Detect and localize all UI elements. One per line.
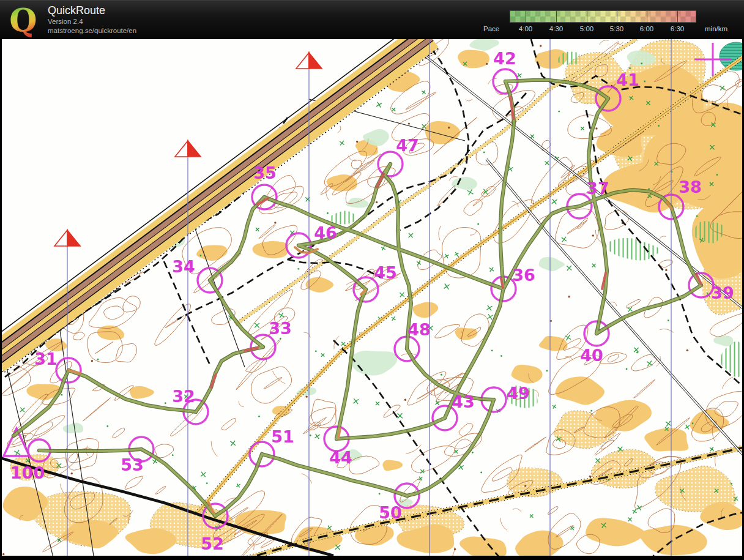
control-label-37: 37 — [586, 179, 609, 198]
app-title: QuickRoute — [48, 4, 105, 17]
app-url: matstroeng.se/quickroute/en — [48, 27, 136, 34]
control-label-43: 43 — [452, 392, 475, 411]
legend-tick-mark — [677, 11, 678, 22]
open-area — [458, 50, 489, 68]
control-label-46: 46 — [314, 223, 337, 242]
control-label-42: 42 — [493, 49, 516, 68]
legend-tick-label: 4:30 — [549, 25, 563, 32]
control-label-44: 44 — [329, 448, 352, 467]
control-label-40: 40 — [580, 346, 603, 365]
legend-pace-label: Pace — [483, 25, 499, 32]
control-label-36: 36 — [512, 266, 535, 285]
legend-tick-label: 6:30 — [671, 25, 684, 32]
control-label-48: 48 — [407, 320, 431, 339]
control-label-100: 100 — [10, 463, 45, 482]
legend-tick-label: 4:00 — [519, 25, 532, 32]
control-label-50: 50 — [379, 503, 402, 522]
control-label-39: 39 — [711, 283, 734, 302]
map-canvas[interactable]: 3132333435363738394041424344454647484950… — [2, 39, 742, 556]
legend-tick-mark — [556, 11, 557, 22]
control-label-51: 51 — [271, 427, 294, 446]
legend-unit-label: min/km — [705, 25, 727, 32]
control-label-38: 38 — [679, 177, 702, 196]
app-version: Version 2.4 — [48, 18, 83, 25]
quickroute-window: { "header": { "app_name": "QuickRoute", … — [0, 0, 744, 560]
legend-tick-mark — [526, 11, 526, 22]
legend-tick-label: 6:00 — [640, 25, 653, 32]
legend-tick-label: 5:30 — [610, 25, 623, 32]
control-label-45: 45 — [374, 263, 397, 282]
header: Q QuickRoute Version 2.4 matstroeng.se/q… — [0, 0, 744, 39]
app-logo-icon: Q — [7, 3, 39, 37]
legend-tick-mark — [617, 11, 617, 22]
map-viewport[interactable]: 3132333435363738394041424344454647484950… — [2, 39, 742, 556]
legend-tick-mark — [647, 11, 647, 22]
legend-tick-label: 5:00 — [580, 25, 593, 32]
control-label-34: 34 — [172, 257, 195, 276]
control-label-53: 53 — [121, 455, 144, 474]
control-label-49: 49 — [507, 384, 530, 403]
logo-letter: Q — [9, 3, 37, 37]
control-label-31: 31 — [34, 349, 58, 368]
open-area — [235, 510, 287, 535]
control-label-33: 33 — [269, 319, 292, 338]
control-label-32: 32 — [172, 387, 195, 406]
control-label-47: 47 — [396, 136, 419, 155]
control-label-41: 41 — [616, 70, 639, 89]
pace-gradient-bar — [510, 11, 696, 22]
control-label-35: 35 — [253, 163, 277, 182]
control-label-52: 52 — [201, 534, 224, 553]
legend-tick-mark — [587, 11, 587, 22]
